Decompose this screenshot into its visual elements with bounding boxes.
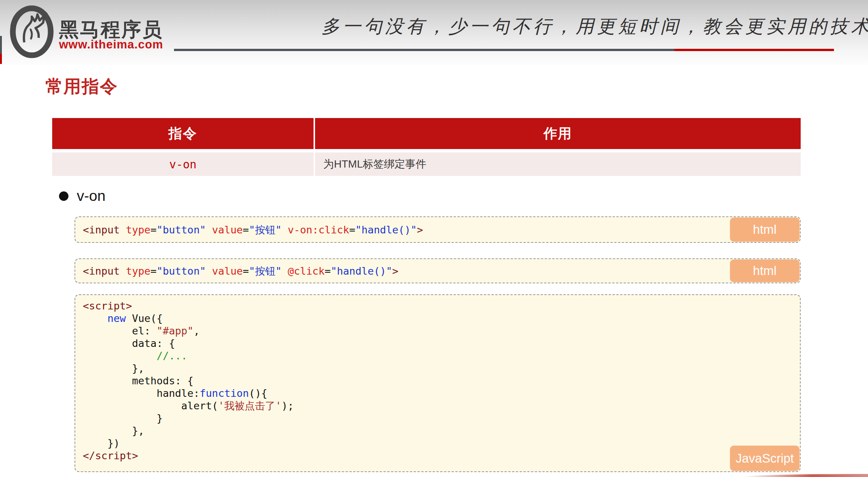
table-cell-effect: 为HTML标签绑定事件 [315, 152, 801, 176]
header-slogan: 多一句没有，少一句不行，用更短时间，教会更实用的技术！ [321, 14, 868, 39]
bullet-icon [59, 191, 68, 201]
header-banner: 黑马程序员 www.itheima.com 多一句没有，少一句不行，用更短时间，… [0, 0, 868, 65]
language-badge-html: html [730, 259, 800, 282]
header-underline-red [674, 49, 834, 51]
bottom-accent-line [743, 474, 868, 477]
table-cell-directive: v-on [52, 152, 315, 176]
code-block-at-click: <input type="button" value="按钮" @click="… [75, 258, 801, 283]
page-title: 常用指令 [45, 75, 118, 98]
code-block-script: <script> new Vue({ el: "#app", data: { /… [75, 294, 801, 472]
table-row: v-on 为HTML标签绑定事件 [52, 152, 801, 176]
directive-table: 指令 作用 v-on 为HTML标签绑定事件 [52, 118, 801, 176]
left-edge-dark-accent [0, 36, 2, 54]
language-badge-html: html [730, 218, 800, 242]
table-header-effect: 作用 [315, 118, 801, 149]
bullet-item-v-on: v-on [59, 188, 106, 204]
code-content: <script> new Vue({ el: "#app", data: { /… [75, 300, 800, 462]
bullet-label: v-on [77, 188, 106, 204]
code-content: <input type="button" value="按钮" @click="… [75, 265, 398, 277]
code-content: <input type="button" value="按钮" v-on:cli… [75, 224, 423, 236]
table-header-row: 指令 作用 [52, 118, 801, 149]
header-underline-dark [174, 49, 675, 51]
left-edge-red-accent [0, 54, 2, 64]
itheima-horse-logo-icon [9, 3, 54, 60]
code-block-v-on: <input type="button" value="按钮" v-on:cli… [75, 216, 801, 243]
table-gap [52, 149, 801, 152]
language-badge-javascript: JavaScript [730, 446, 800, 471]
logo-url: www.itheima.com [59, 38, 163, 51]
table-header-directive: 指令 [52, 118, 315, 149]
